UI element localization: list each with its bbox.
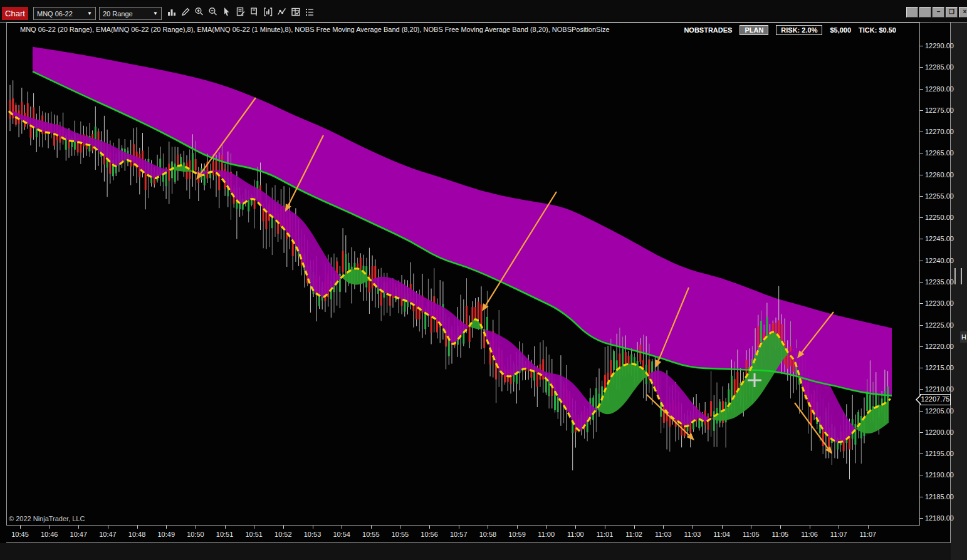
chart-data-series-title: MNQ 06-22 (20 Range), EMA(MNQ 06-22 (20 … xyxy=(20,26,610,33)
toolbar-icons xyxy=(165,5,315,18)
time-axis-label: 10:55 xyxy=(358,531,384,538)
price-axis-tick xyxy=(919,389,923,390)
minimize-button[interactable]: – xyxy=(933,7,944,18)
price-axis-tick xyxy=(919,497,923,497)
balance-value: $5,000 xyxy=(830,26,851,34)
time-axis-tick xyxy=(517,526,518,529)
price-axis-label: 12210.00 xyxy=(925,385,953,393)
price-axis-label: 12285.00 xyxy=(925,63,953,71)
time-axis-tick xyxy=(225,526,226,529)
time-axis-label: 11:07 xyxy=(855,531,881,538)
time-axis-label: 10:51 xyxy=(212,531,238,538)
price-axis-tick xyxy=(919,239,923,239)
zoom-out-icon[interactable] xyxy=(207,5,219,18)
time-axis-label: 10:56 xyxy=(417,531,442,538)
time-axis-tick xyxy=(78,526,79,529)
chart-trader-icon[interactable] xyxy=(248,5,260,18)
chart-style-icon[interactable] xyxy=(165,5,177,18)
window-bottom-border xyxy=(6,542,951,543)
properties-icon[interactable] xyxy=(303,5,315,18)
time-axis-label: 10:45 xyxy=(8,531,33,538)
time-axis-label: 10:55 xyxy=(387,531,412,538)
time-axis-tick xyxy=(634,526,635,529)
price-axis-label: 12255.00 xyxy=(925,192,953,200)
time-axis-tick xyxy=(459,526,459,529)
time-axis-label: 10:47 xyxy=(95,531,120,538)
price-axis-label: 12225.00 xyxy=(925,321,953,329)
cursor-icon[interactable] xyxy=(221,5,233,18)
window-button-blank-2[interactable] xyxy=(919,7,931,18)
price-axis-label: 12260.00 xyxy=(925,171,953,179)
period-selector-value: 20 Range xyxy=(103,10,133,18)
price-axis-tick xyxy=(919,454,923,454)
time-axis-label: 11:06 xyxy=(797,531,822,538)
time-axis-label: 10:48 xyxy=(125,531,150,538)
time-axis-label: 11:07 xyxy=(826,531,851,538)
copyright-text: © 2022 NinjaTrader, LLC xyxy=(9,515,85,522)
instrument-selector[interactable]: MNQ 06-22 ▼ xyxy=(33,7,96,20)
period-selector[interactable]: 20 Range ▼ xyxy=(99,7,162,20)
risk-badge: RISK: 2.0% xyxy=(776,25,822,35)
time-axis-tick xyxy=(283,526,284,529)
data-box-icon[interactable] xyxy=(234,5,246,18)
time-axis-tick xyxy=(546,526,547,529)
price-axis-tick xyxy=(919,196,923,197)
time-axis-tick xyxy=(722,526,723,529)
right-gutter: H xyxy=(951,23,967,560)
plan-button[interactable]: PLAN xyxy=(740,25,768,35)
strategies-icon[interactable] xyxy=(290,5,301,18)
price-axis-tick xyxy=(919,346,923,347)
time-axis-tick xyxy=(839,526,839,529)
time-axis-label: 10:49 xyxy=(154,531,179,538)
time-axis-tick xyxy=(50,526,50,529)
price-axis-label: 12190.00 xyxy=(925,471,953,479)
splitter-grip[interactable] xyxy=(954,268,962,284)
price-axis-label: 12215.00 xyxy=(925,364,953,371)
last-price-marker: 12207.75 xyxy=(920,394,951,405)
zoom-in-icon[interactable] xyxy=(193,5,205,18)
price-axis-label: 12200.00 xyxy=(925,428,953,436)
time-axis-label: 10:47 xyxy=(66,531,91,538)
time-axis-label: 10:54 xyxy=(329,531,354,538)
time-axis-tick xyxy=(400,526,400,529)
time-axis-tick xyxy=(137,526,138,529)
draw-pencil-icon[interactable] xyxy=(179,5,191,18)
time-axis-tick xyxy=(166,526,167,529)
chevron-down-icon: ▼ xyxy=(83,11,92,16)
account-name: NOBSTRADES xyxy=(684,26,732,34)
close-button[interactable]: × xyxy=(959,7,967,18)
time-axis-tick xyxy=(371,526,372,529)
time-axis-label: 11:03 xyxy=(651,531,676,538)
price-axis-label: 12180.00 xyxy=(925,514,953,522)
time-axis-label: 10:51 xyxy=(241,531,266,538)
window-button-blank-1[interactable] xyxy=(906,7,918,18)
plot-area[interactable] xyxy=(9,47,892,480)
indicators-icon[interactable] xyxy=(262,5,274,18)
window-buttons: –❐× xyxy=(906,7,967,18)
price-axis-tick xyxy=(919,303,923,304)
restore-button[interactable]: ❐ xyxy=(946,7,958,18)
price-axis-label: 12275.00 xyxy=(925,106,953,114)
panel-handle[interactable]: H xyxy=(960,331,967,343)
price-axis-label: 12220.00 xyxy=(925,343,953,350)
time-axis-tick xyxy=(605,526,605,529)
price-axis-tick xyxy=(919,217,923,218)
price-axis-tick xyxy=(919,153,923,153)
price-axis-label: 12270.00 xyxy=(925,128,953,135)
price-axis-tick xyxy=(919,282,923,283)
time-axis-tick xyxy=(20,526,21,529)
time-axis-label: 10:50 xyxy=(183,531,208,538)
time-axis-tick xyxy=(254,526,254,529)
price-chart[interactable] xyxy=(0,0,967,560)
drawing-line-icon[interactable] xyxy=(276,5,288,18)
ma-band-20range-fill xyxy=(9,111,889,443)
price-axis-tick xyxy=(919,175,923,175)
time-axis-tick xyxy=(342,526,342,529)
time-axis-label: 11:01 xyxy=(592,531,617,538)
time-axis-tick xyxy=(868,526,869,529)
price-axis-tick xyxy=(919,368,923,368)
time-axis-label: 11:02 xyxy=(622,531,647,538)
time-axis-label: 10:59 xyxy=(504,531,530,538)
chart-tab[interactable]: Chart xyxy=(2,7,28,20)
time-axis-label: 10:46 xyxy=(37,531,62,538)
